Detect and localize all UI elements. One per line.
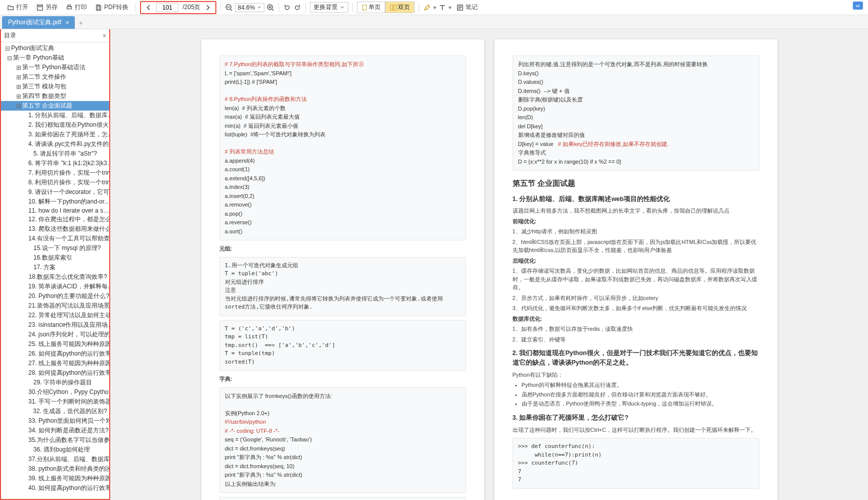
single-page-button[interactable]: 单页	[357, 2, 385, 13]
prev-page-icon[interactable]	[145, 4, 152, 11]
sub-heading: 后端优化:	[513, 257, 759, 265]
sidebar-close-icon[interactable]: ×	[103, 32, 106, 39]
svg-rect-2	[68, 5, 70, 7]
note-button[interactable]: 笔记	[453, 2, 481, 13]
toc-item[interactable]: 1. 分别从前端、后端、数据库…	[1, 111, 109, 120]
toc-item[interactable]: 12. 你在爬虫过程中，都是怎么…	[1, 215, 109, 224]
toc-item[interactable]: 36. 遇到bug如何处理	[1, 445, 109, 455]
toc-item[interactable]: 11. how do I iterate over a s…	[1, 207, 109, 215]
svg-rect-0	[37, 5, 43, 10]
toc-item[interactable]: 16.数据库索引	[1, 253, 109, 263]
zoom-out-icon[interactable]	[225, 4, 233, 12]
page-right: 列出所有的键,值.注意得到的是一个可迭代对象,而不是列表.用的时候需要转换 D.…	[494, 39, 778, 500]
toc-item[interactable]: 34. 如何判断是函数还是方法?…	[1, 426, 109, 435]
toc-item[interactable]: 9. 请设计一个decorator，它可…	[1, 187, 109, 197]
chevron-down-icon	[257, 5, 262, 10]
toc-item[interactable]: 23. isinstance作用以及应用场…	[1, 320, 109, 330]
toc-item[interactable]: 35.为什么函数名字可以当做参…	[1, 435, 109, 445]
add-tab-button[interactable]: +	[75, 18, 86, 29]
toc-item[interactable]: 10. 解释一下python的and-or…	[1, 197, 109, 207]
toc-item[interactable]: 38. python新式类和经典类的区…	[1, 464, 109, 474]
paragraph: 该题目网上有很多方法，我不想截图网上的长串文字，看的头疼，按我自己的理解说几点	[513, 207, 759, 215]
code-block: >>> def counterfunc(n): while(n==7):prin…	[513, 438, 759, 489]
highlight-icon[interactable]	[423, 4, 431, 12]
toc-item[interactable]: ⊞第二节 文件操作	[1, 72, 109, 82]
sub-heading: 前端优化:	[513, 217, 759, 226]
close-icon[interactable]: ×	[65, 19, 69, 26]
toc-item[interactable]: 29. 字符串的操作题目	[1, 378, 109, 387]
toc-item[interactable]: 25. 线上服务可能因为种种原因…	[1, 339, 109, 349]
svg-rect-9	[394, 5, 396, 10]
bullet-list: Python的可解释特征会拖累其运行速度。虽然Python在很多方面都性能良好，…	[522, 381, 759, 408]
doc-tab[interactable]: Python面试宝典.pdf ×	[2, 16, 75, 29]
toc-item[interactable]: 26. 如何提高python的运行效率…	[1, 349, 109, 359]
toc-item[interactable]: 19. 简单谈谈ACID，并解释每…	[1, 282, 109, 291]
question-heading: 2. 我们都知道现在Python很火，但是对于一门技术我们不光要知道它的优点，也…	[513, 348, 759, 368]
text-tool-icon[interactable]	[438, 4, 446, 12]
paragraph: 1、缓存存储读写次数高，变化少的数据，比如网站首页的信息、商品的信息等。应用程序…	[513, 267, 759, 292]
view-mode-toggle: 单页 双页	[357, 2, 415, 13]
print-button[interactable]: 打印	[63, 2, 90, 13]
toc-tree[interactable]: ⊟Python面试宝典⊟第一章 Python基础⊞第一节 Python基础语法⊞…	[1, 42, 109, 499]
toc-item[interactable]: 27. 线上服务可能因为种种原因…	[1, 359, 109, 368]
ai-badge[interactable]: ∞	[853, 2, 863, 10]
toc-item[interactable]: ⊞第四节 数据类型	[1, 91, 109, 101]
toc-item[interactable]: 18.数据库怎么优化查询效率?	[1, 272, 109, 282]
toc-item[interactable]: 4. 请谈谈.pyc文件和.py文件的…	[1, 139, 109, 149]
toc-item[interactable]: ⊞第三节 模块与包	[1, 82, 109, 91]
toc-item[interactable]: 6. 将字符串 "k:1 |k1:2|k2:3|k3…	[1, 159, 109, 168]
code-block: 新字典为 : {'Google': None, 'Taobao': None, …	[219, 497, 466, 500]
code-block: 列出所有的键,值.注意得到的是一个可迭代对象,而不是列表.用的时候需要转换 D.…	[513, 56, 759, 171]
sidebar-title: 目录	[4, 31, 16, 40]
toc-item[interactable]: 2. 我们都知道现在Python很火…	[1, 120, 109, 130]
toc-item[interactable]: 21.装饰器的写法以及应用场景…	[1, 301, 109, 311]
toc-item[interactable]: 8. 利用切片操作，实现一个trin…	[1, 178, 109, 187]
toc-item[interactable]: ⊞第一节 Python基础语法	[1, 63, 109, 72]
zoom-in-icon[interactable]	[266, 4, 275, 12]
toc-item[interactable]: 5. 请反转字符串 "aStr"?	[1, 149, 109, 159]
toc-item[interactable]: ⊟第五节 企业面试题	[1, 101, 109, 111]
list-item: 由于是动态语言，Python使用鸭子类型，即duck-typing，这会增加运行…	[522, 399, 759, 408]
document-area[interactable]: # 7.Python的列表的截取与字符串操作类型相同,如下所示 L = ['sp…	[110, 29, 868, 500]
double-page-icon	[390, 5, 397, 11]
paragraph: 1、减少http请求，例如制作精灵图	[513, 227, 759, 236]
toc-item[interactable]: 7. 利用切片操作，实现一个trim…	[1, 168, 109, 178]
list-item: Python的可解释特征会拖累其运行速度。	[522, 381, 759, 389]
next-page-icon[interactable]	[204, 4, 211, 11]
open-button[interactable]: 打开	[4, 2, 31, 13]
toc-item[interactable]: 24. json序列化时，可以处理的…	[1, 330, 109, 339]
toc-item[interactable]: 31. 手写一个判断时间的装饰器…	[1, 397, 109, 407]
toc-item[interactable]: 15.说一下 mysql 的原理?	[1, 243, 109, 253]
toc-item[interactable]: 37.分别从前端、后端、数据库…	[1, 455, 109, 464]
zoom-select[interactable]: 84.6%	[235, 3, 264, 12]
tab-title: Python面试宝典.pdf	[8, 18, 61, 27]
toc-item[interactable]: 3. 如果你困在了死循环里，怎…	[1, 130, 109, 139]
saveas-button[interactable]: 另存	[33, 2, 61, 13]
main-toolbar: 打开 另存 打印 PDF转换 /205页 84.6% 更换背景 单页 双页 ▾ …	[0, 0, 868, 15]
paragraph: 1、如有条件，数据可以存放于redis，读取速度快	[513, 325, 759, 333]
double-page-button[interactable]: 双页	[385, 2, 415, 13]
toc-item[interactable]: 32. 生成器，迭代器的区别?	[1, 407, 109, 416]
page-input[interactable]	[156, 3, 178, 12]
toc-item[interactable]: 20. Python的主要功能是什么?…	[1, 291, 109, 301]
chevron-down-icon	[340, 5, 345, 10]
single-page-icon	[361, 5, 368, 11]
toc-item[interactable]: ⊟第一章 Python基础	[1, 53, 109, 63]
toc-item[interactable]: 33. Python里面如何拷贝一个对…	[1, 416, 109, 426]
toc-item[interactable]: 17. 方案	[1, 263, 109, 272]
code-block: T = ('c','a','d','b') tmp = list(T) tmp.…	[219, 320, 466, 371]
toc-item[interactable]: 30.介绍Cython，Pypy Cpytho…	[1, 387, 109, 397]
toc-item[interactable]: 40. 如何提高python的运行效率…	[1, 483, 109, 493]
code-block: # 7.Python的列表的截取与字符串操作类型相同,如下所示 L = ['sp…	[219, 56, 466, 240]
bg-select[interactable]: 更换背景	[310, 2, 348, 13]
toc-item[interactable]: 13. 爬取这些数据都用来做什么…	[1, 224, 109, 234]
toc-item[interactable]: ⊟Python面试宝典	[1, 43, 109, 53]
pdfconv-button[interactable]: PDF转换	[92, 2, 131, 13]
toc-item[interactable]: 39. 线上服务可能因为种种原因…	[1, 474, 109, 483]
code-block: 1.用一个可迭代对象生成元组 T = tuple('abc') 对元组进行排序 …	[219, 257, 466, 316]
toc-item[interactable]: 22. 异常处理写法以及如何主动…	[1, 311, 109, 320]
rotate-right-icon[interactable]	[293, 4, 301, 12]
toc-item[interactable]: 14.有没有一个工具可以帮助查…	[1, 234, 109, 243]
rotate-left-icon[interactable]	[283, 4, 291, 12]
toc-item[interactable]: 28. 如何提高python的运行效率…	[1, 368, 109, 378]
